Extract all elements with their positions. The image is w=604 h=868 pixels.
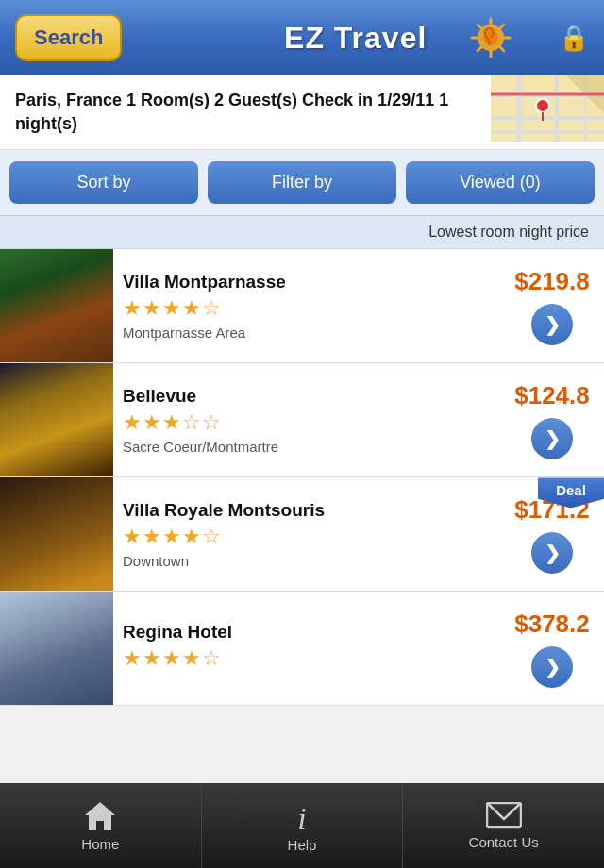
svg-point-19 xyxy=(536,99,549,112)
hotel-item: Villa Montparnasse ★★★★☆ Montparnasse Ar… xyxy=(0,249,604,363)
lock-icon: 🔒 xyxy=(559,24,589,53)
filter-by-button[interactable]: Filter by xyxy=(208,161,396,204)
hotel-item: Villa Royale Montsouris ★★★★☆ Downtown D… xyxy=(0,477,604,592)
hotel-price-section: Deal $171.2 xyxy=(500,477,604,591)
viewed-button[interactable]: Viewed (0) xyxy=(406,161,595,204)
sort-label-bar: Lowest room night price xyxy=(0,216,604,249)
svg-line-7 xyxy=(500,47,504,51)
hotel-stars: ★★★★☆ xyxy=(123,646,491,671)
hotel-price: $124.8 xyxy=(514,381,590,410)
hotel-name: Villa Royale Montsouris xyxy=(123,500,491,521)
hotel-price-section: $378.2 xyxy=(500,592,604,705)
hotel-name: Bellevue xyxy=(123,386,491,407)
nav-contact[interactable]: Contact Us xyxy=(403,783,604,868)
email-icon xyxy=(486,802,522,830)
hotel-detail-button[interactable] xyxy=(531,418,573,459)
svg-text:i: i xyxy=(297,801,306,833)
hotel-image xyxy=(0,363,113,476)
hotel-info: Bellevue ★★★☆☆ Sacre Coeur/Montmartre xyxy=(113,363,500,476)
hotel-detail-button[interactable] xyxy=(531,532,573,574)
svg-line-6 xyxy=(478,25,481,28)
hotel-price-section: $124.8 xyxy=(500,363,604,476)
hotel-item: Regina Hotel ★★★★☆ $378.2 xyxy=(0,592,604,706)
home-icon xyxy=(83,800,117,832)
nav-help[interactable]: i Help xyxy=(202,783,404,868)
nav-home[interactable]: Home xyxy=(0,783,202,868)
hotel-image xyxy=(0,592,113,705)
nav-contact-label: Contact Us xyxy=(469,834,539,850)
hotel-stars: ★★★☆☆ xyxy=(123,410,491,435)
hotel-stars: ★★★★☆ xyxy=(123,296,491,321)
hotel-item: Bellevue ★★★☆☆ Sacre Coeur/Montmartre $1… xyxy=(0,363,604,477)
hotel-info: Villa Montparnasse ★★★★☆ Montparnasse Ar… xyxy=(113,249,500,362)
action-bar: Sort by Filter by Viewed (0) xyxy=(0,150,604,216)
hotel-location: Sacre Coeur/Montmartre xyxy=(123,439,491,455)
map-thumbnail xyxy=(491,75,604,142)
svg-line-8 xyxy=(500,25,504,28)
svg-marker-21 xyxy=(85,802,115,830)
hotel-price-section: $219.8 xyxy=(500,249,604,362)
hotel-name: Regina Hotel xyxy=(123,622,491,643)
search-info-text: Paris, France 1 Room(s) 2 Guest(s) Check… xyxy=(15,91,448,133)
bottom-nav: Home i Help Contact Us xyxy=(0,783,604,868)
hotel-location: Montparnasse Area xyxy=(123,325,491,341)
app-header: Search EZ Travel 🔒 xyxy=(0,0,604,75)
hotel-price: $219.8 xyxy=(514,267,590,296)
sun-icon xyxy=(462,8,519,64)
hotel-detail-button[interactable] xyxy=(531,304,573,345)
search-button[interactable]: Search xyxy=(15,14,122,61)
hotel-list: Villa Montparnasse ★★★★☆ Montparnasse Ar… xyxy=(0,249,604,706)
hotel-info: Regina Hotel ★★★★☆ xyxy=(113,592,500,705)
svg-line-9 xyxy=(478,47,481,51)
nav-help-label: Help xyxy=(288,837,317,853)
sort-by-button[interactable]: Sort by xyxy=(9,161,198,204)
nav-home-label: Home xyxy=(81,836,119,852)
hotel-price: $378.2 xyxy=(514,609,590,639)
hotel-name: Villa Montparnasse xyxy=(123,272,491,292)
hotel-image xyxy=(0,477,113,591)
sort-label-text: Lowest room night price xyxy=(428,224,589,240)
hotel-image xyxy=(0,249,113,362)
hotel-stars: ★★★★☆ xyxy=(123,525,491,549)
hotel-location: Downtown xyxy=(123,553,491,569)
hotel-info: Villa Royale Montsouris ★★★★☆ Downtown xyxy=(113,477,500,591)
help-icon: i xyxy=(288,799,316,833)
hotel-detail-button[interactable] xyxy=(531,646,573,688)
